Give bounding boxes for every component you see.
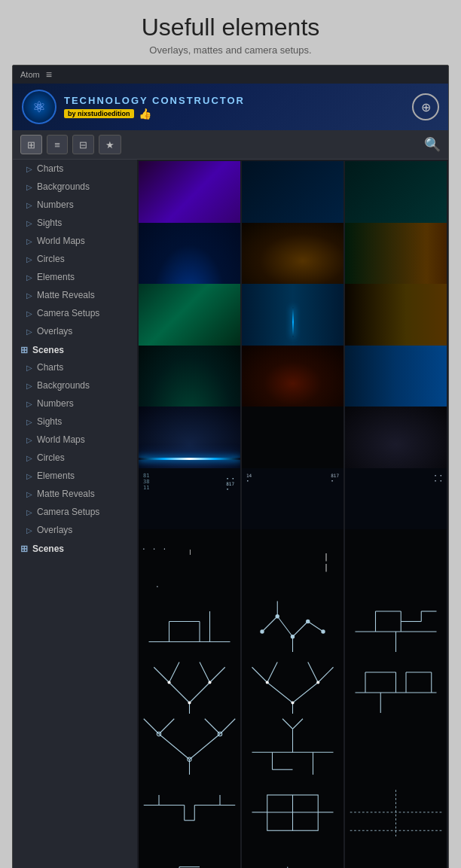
sidebar-item-label: Elements — [37, 272, 75, 282]
thumbsup-icon[interactable]: 👍 — [139, 108, 151, 120]
sidebar-item-icon: ▷ — [26, 490, 32, 498]
toolbar-btn-star[interactable]: ★ — [99, 135, 121, 154]
logo-icon: ⚛ — [22, 90, 56, 124]
sidebar-item-backgrounds-1[interactable]: ▷ Backgrounds — [13, 178, 137, 196]
sidebar-item-icon: ▷ — [26, 472, 32, 480]
sidebar-item-mattereveals-2[interactable]: ▷ Matte Reveals — [13, 485, 137, 503]
toolbar-btn-list[interactable]: ≡ — [47, 135, 68, 154]
grid-cell[interactable] — [345, 836, 447, 869]
sidebar-item-icon: ▷ — [26, 364, 32, 372]
content-grid: 813811 • •817• 14• 817• • •• • • — [137, 160, 448, 868]
sidebar-item-mattereveals-1[interactable]: ▷ Matte Reveals — [13, 286, 137, 304]
sidebar-item-elements-1[interactable]: ▷ Elements — [13, 268, 137, 286]
toolbar-left: ⊞ ≡ ⊟ ★ — [20, 135, 121, 154]
svg-point-31 — [188, 701, 191, 704]
author-badge: by nixstudioedition — [64, 109, 134, 118]
svg-line-11 — [277, 616, 292, 636]
toolbar: ⊞ ≡ ⊟ ★ 🔍 — [13, 130, 448, 160]
sidebar-item-label: Backgrounds — [37, 181, 90, 192]
sidebar-item-label: Camera Setups — [37, 308, 99, 318]
svg-line-28 — [169, 662, 180, 683]
sidebar-item-icon: ▷ — [26, 309, 32, 318]
svg-line-37 — [252, 667, 267, 682]
sidebar-section-scenes[interactable]: ⊞ Scenes — [13, 340, 137, 358]
sidebar-item-icon: ▷ — [26, 508, 32, 516]
sidebar-item-circles-1[interactable]: ▷ Circles — [13, 250, 137, 268]
svg-line-53 — [159, 734, 190, 760]
sidebar-item-icon: ▷ — [26, 454, 32, 462]
toolbar-btn-grid[interactable]: ⊞ — [20, 135, 42, 154]
banner-author-row: by nixstudioedition 👍 — [64, 108, 245, 120]
sidebar-item-charts-1[interactable]: ▷ Charts — [13, 160, 137, 178]
hamburger-icon[interactable]: ≡ — [46, 69, 52, 81]
svg-line-12 — [293, 621, 308, 636]
sidebar-item-icon: ▷ — [26, 526, 32, 535]
banner-title: TECHNOLOGY CONSTRUCTOR — [64, 95, 245, 106]
sidebar-item-camerasetups-1[interactable]: ▷ Camera Setups — [13, 304, 137, 322]
sidebar-item-icon: ▷ — [26, 418, 32, 426]
svg-line-35 — [267, 683, 293, 703]
sidebar-item-label: Camera Setups — [37, 507, 99, 517]
sidebar-item-icon: ▷ — [26, 327, 32, 336]
grid-cell[interactable] — [242, 836, 343, 869]
svg-line-26 — [190, 683, 210, 703]
svg-line-55 — [144, 718, 159, 733]
sidebar-item-label: Circles — [37, 452, 65, 463]
sidebar-item-worldmaps-2[interactable]: ▷ World Maps — [13, 431, 137, 449]
sidebar-item-label: Sights — [37, 218, 62, 228]
sidebar-item-numbers-1[interactable]: ▷ Numbers — [13, 196, 137, 214]
sidebar-item-label: Elements — [37, 471, 75, 481]
svg-line-36 — [293, 683, 319, 703]
sidebar-item-elements-2[interactable]: ▷ Elements — [13, 467, 137, 485]
search-button[interactable]: 🔍 — [424, 136, 441, 153]
sidebar-item-icon: ▷ — [26, 237, 32, 245]
sidebar-item-worldmaps-1[interactable]: ▷ World Maps — [13, 232, 137, 250]
sidebar-item-label: Charts — [37, 362, 63, 373]
svg-line-40 — [318, 667, 333, 682]
svg-point-33 — [208, 681, 211, 684]
sidebar-item-sights-2[interactable]: ▷ Sights — [13, 413, 137, 431]
sidebar-section-scenes-2[interactable]: ⊞ Scenes — [13, 539, 137, 557]
sidebar-item-sights-1[interactable]: ▷ Sights — [13, 214, 137, 232]
sidebar-item-camerasetups-2[interactable]: ▷ Camera Setups — [13, 503, 137, 521]
svg-line-68 — [293, 718, 304, 729]
sidebar-item-label: Numbers — [37, 398, 74, 409]
sidebar-item-circles-2[interactable]: ▷ Circles — [13, 449, 137, 467]
sidebar-item-overlays-1[interactable]: ▷ Overlays — [13, 322, 137, 340]
svg-line-10 — [262, 616, 277, 631]
sidebar-item-label: Overlays — [37, 525, 72, 535]
header-banner: ⚛ TECHNOLOGY CONSTRUCTOR by nixstudioedi… — [13, 84, 448, 130]
app-name-label: Atom — [20, 70, 40, 79]
svg-point-32 — [167, 681, 170, 684]
scenes-section-label: Scenes — [32, 345, 64, 355]
sidebar-item-icon: ▷ — [26, 255, 32, 263]
main-layout: ▷ Charts ▷ Backgrounds ▷ Numbers ▷ Sight… — [13, 160, 448, 868]
grid-cell[interactable] — [139, 836, 240, 869]
target-icon: ⊕ — [412, 93, 439, 120]
sidebar-item-numbers-2[interactable]: ▷ Numbers — [13, 394, 137, 413]
sidebar-item-backgrounds-2[interactable]: ▷ Backgrounds — [13, 376, 137, 394]
page-title: Usefull elements — [0, 0, 461, 44]
page-subtitle: Overlays, mattes and camera setups. — [0, 44, 461, 56]
svg-line-54 — [190, 734, 221, 760]
svg-line-29 — [200, 662, 210, 683]
sidebar-item-label: Charts — [37, 163, 63, 174]
svg-line-67 — [282, 718, 293, 729]
svg-point-41 — [291, 701, 294, 704]
scenes-section-icon: ⊞ — [20, 345, 28, 355]
svg-point-43 — [316, 681, 319, 684]
sidebar-item-icon: ▷ — [26, 219, 32, 227]
sidebar-item-icon: ▷ — [26, 382, 32, 390]
sidebar-item-charts-2[interactable]: ▷ Charts — [13, 358, 137, 376]
top-bar: Atom ≡ — [13, 65, 448, 84]
sidebar-item-icon: ▷ — [26, 273, 32, 282]
sidebar-item-overlays-2[interactable]: ▷ Overlays — [13, 521, 137, 539]
sidebar-item-label: World Maps — [37, 236, 85, 246]
svg-line-38 — [267, 662, 278, 683]
svg-line-58 — [220, 718, 235, 733]
sidebar-item-icon: ▷ — [26, 165, 32, 173]
svg-line-39 — [308, 662, 319, 683]
toolbar-btn-detail[interactable]: ⊟ — [72, 135, 94, 154]
sidebar-item-label: World Maps — [37, 434, 85, 445]
scenes-section-label-2: Scenes — [32, 544, 64, 554]
